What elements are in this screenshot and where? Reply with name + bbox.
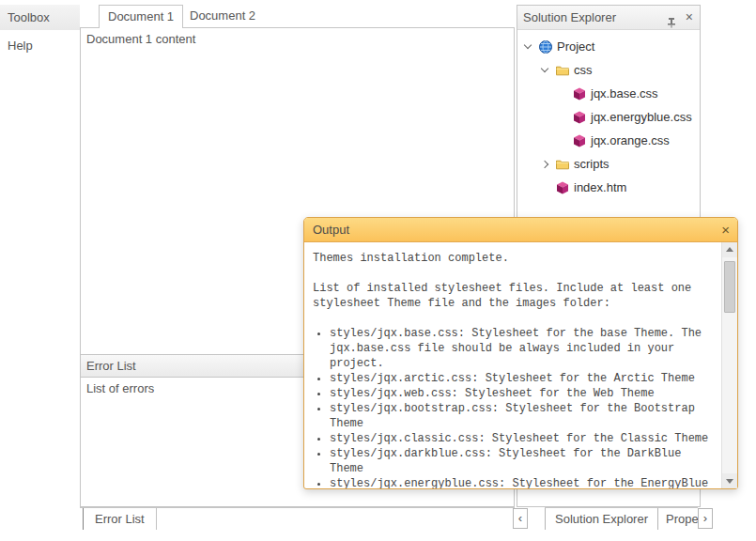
scroll-down-button[interactable] bbox=[722, 473, 737, 488]
sidebar-item-help[interactable]: Help bbox=[0, 34, 80, 58]
output-bullet: styles/jqx.bootstrap.css: Stylesheet for… bbox=[330, 401, 717, 431]
output-bullet: styles/jqx.classic.css: Stylesheet for t… bbox=[330, 431, 717, 446]
expand-arrow-icon[interactable] bbox=[542, 162, 555, 167]
help-label: Help bbox=[8, 39, 33, 53]
tab-document-2[interactable]: Document 2 bbox=[181, 5, 264, 27]
tree-item-label: index.htm bbox=[572, 180, 626, 194]
tree-item-label: css bbox=[572, 63, 593, 77]
scrollbar-thumb[interactable] bbox=[724, 261, 735, 313]
output-bullet: styles/jqx.arctic.css: Stylesheet for th… bbox=[330, 371, 717, 386]
output-line: List of installed stylesheet files. Incl… bbox=[313, 281, 717, 311]
output-bullet: styles/jqx.web.css: Stylesheet for the W… bbox=[330, 386, 717, 401]
close-icon[interactable]: × bbox=[721, 218, 730, 241]
tree-item-jqx-energyblue-css[interactable]: jqx.energyblue.css bbox=[517, 105, 700, 129]
output-bullet: styles/jqx.energyblue.css: Stylesheet fo… bbox=[330, 476, 717, 488]
output-bullet: styles/jqx.base.css: Stylesheet for the … bbox=[330, 326, 717, 371]
next-tab-button[interactable]: › bbox=[698, 508, 713, 529]
bottom-tabbar-right: ‹ Solution Explorer Proper › bbox=[513, 507, 713, 531]
tree-item-index-htm[interactable]: index.htm bbox=[517, 176, 700, 199]
bottom-tab-error-list[interactable]: Error List bbox=[83, 508, 157, 530]
output-window: Output × Themes installation complete. L… bbox=[303, 217, 738, 489]
output-bullet-list: styles/jqx.base.css: Stylesheet for the … bbox=[313, 326, 717, 488]
output-scrollbar[interactable] bbox=[721, 242, 737, 488]
tree-item-label: jqx.energyblue.css bbox=[589, 110, 692, 124]
css-file-icon bbox=[572, 110, 589, 125]
error-list-text: List of errors bbox=[86, 381, 154, 395]
collapse-arrow-icon[interactable] bbox=[542, 69, 555, 71]
tree-item-jqx-orange-css[interactable]: jqx.orange.css bbox=[517, 129, 700, 152]
bottom-tab-properties[interactable]: Proper bbox=[658, 508, 698, 530]
output-content: Themes installation complete. List of in… bbox=[304, 242, 721, 488]
solution-explorer-title: Solution Explorer bbox=[523, 10, 616, 24]
css-file-icon bbox=[572, 86, 589, 101]
tree-item-project[interactable]: Project bbox=[517, 35, 700, 58]
solution-explorer-header[interactable]: Solution Explorer × bbox=[517, 6, 700, 30]
close-icon[interactable]: × bbox=[686, 6, 693, 29]
ide-docking-layout: Toolbox Help Document 1 Document 2 Docum… bbox=[0, 0, 756, 541]
error-list-title: Error List bbox=[86, 359, 136, 373]
folder-icon bbox=[555, 63, 572, 78]
prev-tab-button[interactable]: ‹ bbox=[513, 508, 528, 529]
tree-item-label: jqx.orange.css bbox=[589, 133, 670, 147]
htm-file-icon bbox=[555, 180, 572, 195]
folder-icon bbox=[555, 157, 572, 172]
output-bullet: styles/jqx.darkblue.css: Stylesheet for … bbox=[330, 446, 717, 476]
bottom-right-tabs: Solution Explorer Proper bbox=[545, 507, 698, 530]
output-line: Themes installation complete. bbox=[313, 251, 717, 266]
output-title-text: Output bbox=[313, 223, 349, 237]
document-tabbar: Document 1 Document 2 bbox=[80, 5, 515, 28]
document-content-text: Document 1 content bbox=[86, 32, 195, 46]
tree-item-label: jqx.base.css bbox=[589, 86, 658, 100]
sidebar-item-toolbox[interactable]: Toolbox bbox=[0, 5, 80, 30]
scroll-up-button[interactable] bbox=[722, 242, 737, 257]
globe-icon bbox=[538, 39, 555, 54]
tree-item-scripts-folder[interactable]: scripts bbox=[517, 152, 700, 176]
tree-item-label: Project bbox=[555, 39, 594, 54]
tree-item-css-folder[interactable]: css bbox=[517, 58, 700, 82]
bottom-tab-solution-explorer[interactable]: Solution Explorer bbox=[545, 508, 658, 530]
tree-item-label: scripts bbox=[572, 157, 609, 171]
output-titlebar[interactable]: Output × bbox=[304, 218, 737, 242]
tab-document-1[interactable]: Document 1 bbox=[99, 5, 183, 28]
toolbox-label: Toolbox bbox=[8, 10, 50, 24]
pin-icon[interactable] bbox=[666, 12, 677, 23]
css-file-icon bbox=[572, 133, 589, 148]
tree-item-jqx-base-css[interactable]: jqx.base.css bbox=[517, 82, 700, 105]
collapse-arrow-icon[interactable] bbox=[525, 45, 538, 48]
bottom-tabbar-left: Error List bbox=[80, 507, 515, 531]
solution-explorer-tree: Project css bbox=[517, 30, 700, 199]
